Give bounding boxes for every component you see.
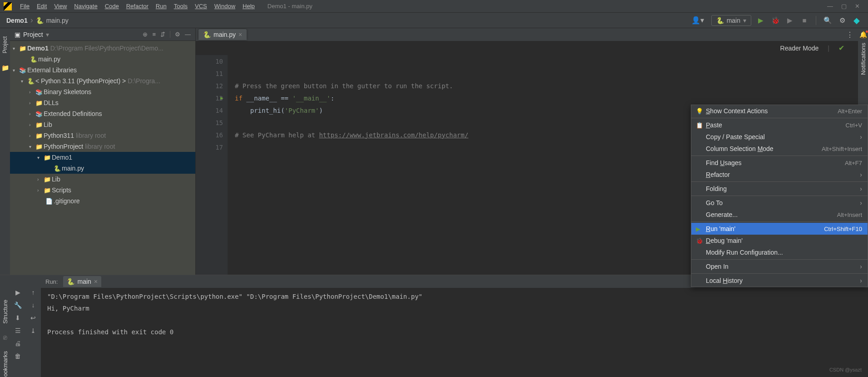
tree-item[interactable]: ▾📁PythonProjectlibrary root xyxy=(10,141,195,152)
context-menu-item-find-usages[interactable]: Find UsagesAlt+F7 xyxy=(691,157,868,169)
context-menu-item-refactor[interactable]: Refactor› xyxy=(691,169,868,181)
folder-icon[interactable]: 📁 xyxy=(1,64,9,71)
expand-all-icon[interactable]: ≡ xyxy=(152,31,156,38)
print-icon[interactable]: 🖨 xyxy=(15,340,21,347)
tree-root[interactable]: ▾📁 Demo1 D:\Program Files\PythonProject\… xyxy=(10,43,195,54)
context-menu-item-go-to[interactable]: Go To› xyxy=(691,197,868,209)
context-menu-shortcut: Ctrl+V xyxy=(846,122,862,129)
breadcrumb-file[interactable]: main.py xyxy=(46,17,69,24)
context-menu-item-run-main-[interactable]: ▶Run 'main'Ctrl+Shift+F10 xyxy=(691,223,868,235)
breadcrumb-project[interactable]: Demo1 xyxy=(6,17,28,24)
tree-python[interactable]: ▾🐍 < Python 3.11 (PythonProject) > D:\Pr… xyxy=(10,75,195,86)
locate-icon[interactable]: ⊕ xyxy=(143,31,148,38)
soft-wrap-icon[interactable]: ↩ xyxy=(30,314,36,322)
rail-notifications[interactable]: Notifications xyxy=(860,41,867,77)
project-pane-title[interactable]: ▣ Project ▾ xyxy=(15,31,49,38)
scroll-end-icon[interactable]: ⤓ xyxy=(30,327,36,334)
run-pane: Structure ⎚ Bookmarks 📌 ▶ 🔧 ⬇ ☰ 🖨 🗑 ↑ ↓ … xyxy=(0,275,868,377)
tree-file-main[interactable]: 🐍main.py xyxy=(10,54,195,65)
context-menu-item-generate-[interactable]: Generate...Alt+Insert xyxy=(691,209,868,221)
menu-edit[interactable]: Edit xyxy=(33,3,50,10)
menu-navigate[interactable]: Navigate xyxy=(70,3,101,10)
debug-button[interactable]: 🐞 xyxy=(770,16,780,25)
context-menu-item-folding[interactable]: Folding› xyxy=(691,183,868,195)
context-menu-item-column-selection-mode[interactable]: Column Selection ModeAlt+Shift+Insert xyxy=(691,143,868,155)
tree-item[interactable]: ›📁Scripts xyxy=(10,185,195,196)
toolbox-icon[interactable]: ◆ xyxy=(852,15,862,25)
run-output[interactable]: "D:\Program Files\PythonProject\Scripts\… xyxy=(41,288,868,377)
inspections-ok-icon[interactable]: ✔ xyxy=(838,44,844,52)
close-tab-icon[interactable]: × xyxy=(238,31,242,38)
maximize-icon[interactable]: ▢ xyxy=(841,3,847,10)
trash-icon[interactable]: 🗑 xyxy=(15,352,21,360)
close-icon[interactable]: ✕ xyxy=(855,3,860,10)
notifications-icon[interactable]: 🔔 xyxy=(859,31,867,38)
run-actions-col1: ▶ 🔧 ⬇ ☰ 🖨 🗑 xyxy=(10,275,25,377)
user-icon[interactable]: 👤▾ xyxy=(689,16,707,25)
menu-refactor[interactable]: Refactor xyxy=(123,3,152,10)
run-icon: ▶ xyxy=(696,226,706,232)
editor-tab-main[interactable]: 🐍 main.py × xyxy=(198,29,247,40)
python-icon: 🐍 xyxy=(67,278,74,285)
menu-vcs[interactable]: VCS xyxy=(191,3,211,10)
gear-icon[interactable]: ⚙ xyxy=(175,31,180,38)
context-menu-item-paste[interactable]: 📋PasteCtrl+V xyxy=(691,119,868,131)
menu-file[interactable]: File xyxy=(16,3,33,10)
run-tab-main[interactable]: 🐍 main × xyxy=(63,276,101,287)
context-menu-item-local-history[interactable]: Local History› xyxy=(691,275,868,287)
tree-item[interactable]: ›📚Binary Skeletons xyxy=(10,86,195,97)
menu-run[interactable]: Run xyxy=(152,3,170,10)
menu-view[interactable]: View xyxy=(50,3,70,10)
python-file-icon: 🐍 xyxy=(203,31,211,38)
rerun-button[interactable]: ▶ xyxy=(15,289,20,296)
menubar: File Edit View Navigate Code Refactor Ru… xyxy=(0,0,868,13)
settings-icon[interactable]: ⚙ xyxy=(837,16,847,25)
tree-item[interactable]: ›📁Lib xyxy=(10,119,195,130)
wrench-icon[interactable]: 🔧 xyxy=(14,302,22,309)
tree-item[interactable]: ›📁Python311library root xyxy=(10,130,195,141)
context-menu-item-show-context-actions[interactable]: 💡Show Context ActionsAlt+Enter xyxy=(691,105,868,117)
context-menu-item-modify-run-configuration-[interactable]: Modify Run Configuration... xyxy=(691,246,868,258)
hide-icon[interactable]: — xyxy=(185,31,191,38)
stop-button[interactable]: ■ xyxy=(799,16,809,24)
run-with-coverage-button[interactable]: ▶ xyxy=(785,16,795,25)
down-arrow-icon[interactable]: ↓ xyxy=(32,302,35,309)
context-menu-item-copy-paste-special[interactable]: Copy / Paste Special› xyxy=(691,131,868,143)
context-menu-item-debug-main-[interactable]: 🐞Debug 'main' xyxy=(691,235,868,246)
context-menu-shortcut: Alt+Shift+Insert xyxy=(822,146,862,152)
rail-project[interactable]: Project xyxy=(2,35,8,55)
context-menu-separator xyxy=(691,181,868,182)
help-link[interactable]: https://www.jetbrains.com/help/pycharm/ xyxy=(319,131,468,139)
tree-item[interactable]: ›📚Extended Definitions xyxy=(10,108,195,119)
tree-gitignore[interactable]: 📄.gitignore xyxy=(10,196,195,206)
run-config-select[interactable]: 🐍 main ▾ xyxy=(711,15,751,26)
menu-help[interactable]: Help xyxy=(239,3,258,10)
reader-mode-toggle[interactable]: Reader Mode xyxy=(780,45,819,52)
run-button[interactable]: ▶ xyxy=(756,16,766,25)
down-arrow-icon[interactable]: ⬇ xyxy=(15,314,20,322)
collapse-all-icon[interactable]: ⇵ xyxy=(160,31,165,38)
up-arrow-icon[interactable]: ↑ xyxy=(32,289,35,296)
tab-more-icon[interactable]: ⋮ xyxy=(842,30,858,39)
tree-main-py[interactable]: 🐍main.py xyxy=(10,163,195,174)
tree-ext-libs[interactable]: ▾📚 External Libraries xyxy=(10,65,195,75)
close-tab-icon[interactable]: × xyxy=(94,278,98,285)
context-menu-item-open-in[interactable]: Open In› xyxy=(691,261,868,272)
context-menu-separator xyxy=(691,221,868,222)
minimize-icon[interactable]: — xyxy=(827,3,833,10)
tree-item[interactable]: ›📁Lib xyxy=(10,174,195,185)
menu-code[interactable]: Code xyxy=(101,3,123,10)
rail-structure[interactable]: Structure xyxy=(2,298,9,326)
menu-tools[interactable]: Tools xyxy=(170,3,191,10)
tree-item[interactable]: ›📁DLLs xyxy=(10,97,195,108)
context-menu-item-label: Generate... xyxy=(706,211,837,218)
gutter-run-icon[interactable]: 13 xyxy=(196,92,228,104)
context-menu-shortcut: Ctrl+Shift+F10 xyxy=(824,226,862,232)
tree-demo1-folder[interactable]: ▾📁Demo1 xyxy=(10,152,195,163)
stack-icon[interactable]: ☰ xyxy=(15,327,21,334)
menu-window[interactable]: Window xyxy=(211,3,239,10)
watermark: CSDN @ysazt xyxy=(829,367,862,372)
search-icon[interactable]: 🔍 xyxy=(823,16,833,25)
rail-bookmarks[interactable]: Bookmarks xyxy=(2,349,9,377)
structure-icon[interactable]: ⎚ xyxy=(3,334,7,341)
